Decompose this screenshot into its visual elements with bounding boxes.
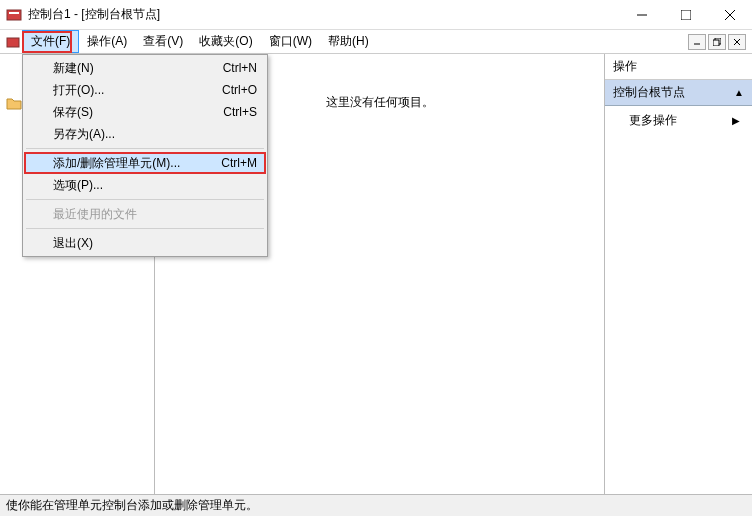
menu-separator <box>26 228 264 229</box>
svg-rect-1 <box>9 12 19 14</box>
menu-exit-label: 退出(X) <box>53 235 93 252</box>
menu-separator <box>26 199 264 200</box>
window-title: 控制台1 - [控制台根节点] <box>28 6 620 23</box>
menu-save-shortcut: Ctrl+S <box>203 105 257 119</box>
menu-open-shortcut: Ctrl+O <box>202 83 257 97</box>
svg-rect-6 <box>7 38 19 47</box>
menu-help[interactable]: 帮助(H) <box>320 30 377 53</box>
svg-rect-0 <box>7 10 21 20</box>
actions-more-label: 更多操作 <box>629 112 677 129</box>
app-icon <box>6 7 22 23</box>
actions-more-button[interactable]: 更多操作 ▶ <box>605 106 752 135</box>
svg-rect-3 <box>681 10 691 20</box>
menu-exit[interactable]: 退出(X) <box>25 232 265 254</box>
actions-header: 操作 <box>605 54 752 80</box>
menu-action[interactable]: 操作(A) <box>79 30 135 53</box>
menubar: 文件(F) 操作(A) 查看(V) 收藏夹(O) 窗口(W) 帮助(H) <box>0 30 752 54</box>
file-menu-dropdown: 新建(N) Ctrl+N 打开(O)... Ctrl+O 保存(S) Ctrl+… <box>22 54 268 257</box>
menu-recent-files: 最近使用的文件 <box>25 203 265 225</box>
chevron-right-icon: ▶ <box>732 115 740 126</box>
menu-window[interactable]: 窗口(W) <box>261 30 320 53</box>
actions-node-header[interactable]: 控制台根节点 ▲ <box>605 80 752 106</box>
mdi-controls <box>688 30 748 53</box>
menu-add-remove-snapin[interactable]: 添加/删除管理单元(M)... Ctrl+M <box>25 152 265 174</box>
menu-recent-label: 最近使用的文件 <box>53 206 137 223</box>
menu-save-label: 保存(S) <box>53 104 93 121</box>
menu-separator <box>26 148 264 149</box>
menu-open-label: 打开(O)... <box>53 82 104 99</box>
svg-line-5 <box>725 10 735 20</box>
maximize-button[interactable] <box>664 1 708 29</box>
menu-options-label: 选项(P)... <box>53 177 103 194</box>
toolbar-icon <box>4 30 22 53</box>
actions-pane: 操作 控制台根节点 ▲ 更多操作 ▶ <box>604 54 752 494</box>
svg-line-4 <box>725 10 735 20</box>
menu-saveas[interactable]: 另存为(A)... <box>25 123 265 145</box>
menu-new-label: 新建(N) <box>53 60 94 77</box>
menu-file[interactable]: 文件(F) <box>22 30 79 53</box>
minimize-button[interactable] <box>620 1 664 29</box>
menu-new[interactable]: 新建(N) Ctrl+N <box>25 57 265 79</box>
menu-new-shortcut: Ctrl+N <box>203 61 257 75</box>
menu-addremove-shortcut: Ctrl+M <box>201 156 257 170</box>
mdi-close-button[interactable] <box>728 34 746 50</box>
menu-addremove-label: 添加/删除管理单元(M)... <box>53 155 180 172</box>
mdi-restore-button[interactable] <box>708 34 726 50</box>
menu-options[interactable]: 选项(P)... <box>25 174 265 196</box>
folder-icon <box>6 96 22 113</box>
menu-open[interactable]: 打开(O)... Ctrl+O <box>25 79 265 101</box>
statusbar: 使你能在管理单元控制台添加或删除管理单元。 <box>0 494 752 516</box>
mdi-minimize-button[interactable] <box>688 34 706 50</box>
svg-rect-9 <box>713 40 719 46</box>
menu-save[interactable]: 保存(S) Ctrl+S <box>25 101 265 123</box>
close-button[interactable] <box>708 1 752 29</box>
chevron-up-icon: ▲ <box>734 87 744 98</box>
status-text: 使你能在管理单元控制台添加或删除管理单元。 <box>6 497 258 514</box>
menu-view[interactable]: 查看(V) <box>135 30 191 53</box>
titlebar: 控制台1 - [控制台根节点] <box>0 0 752 30</box>
menu-saveas-label: 另存为(A)... <box>53 126 115 143</box>
menu-favorites[interactable]: 收藏夹(O) <box>191 30 260 53</box>
actions-node-label: 控制台根节点 <box>613 84 685 101</box>
